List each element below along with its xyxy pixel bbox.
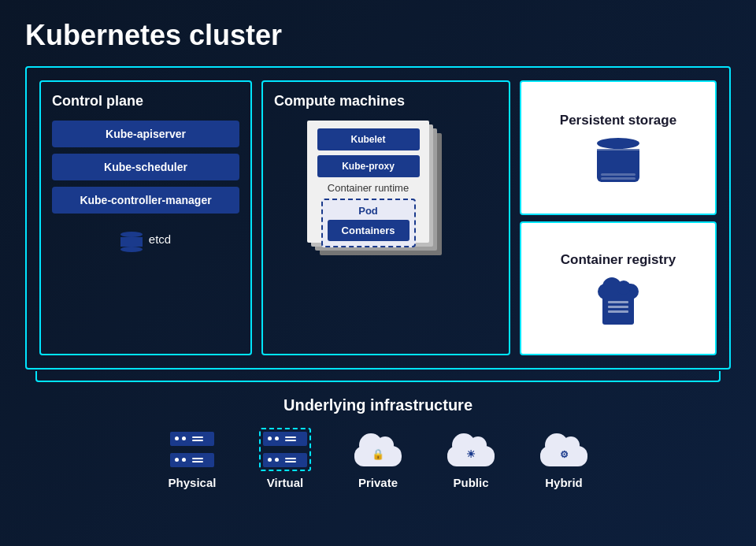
private-icon: 🔒: [350, 429, 406, 470]
containers-label: Containers: [328, 220, 410, 241]
private-label: Private: [358, 476, 398, 489]
container-registry-title: Container registry: [561, 252, 676, 268]
infra-item-hybrid: ⚙ Hybrid: [536, 429, 591, 489]
infra-item-public: ☀ Public: [443, 429, 498, 489]
kube-scheduler-btn[interactable]: Kube-scheduler: [52, 154, 239, 180]
etcd-icon: [120, 226, 143, 252]
infrastructure-section: Underlying infrastructure: [25, 396, 731, 489]
infra-items: Physical: [25, 429, 731, 489]
control-plane-label: Control plane: [52, 93, 239, 110]
kube-controller-manager-btn[interactable]: Kube-controller-manager: [52, 187, 239, 214]
page-layer-front: Kubelet Kube-proxy Container runtime Pod…: [307, 121, 429, 243]
page-title: Kubernetes cluster: [25, 19, 731, 52]
cluster-box: Control plane Kube-apiserver Kube-schedu…: [25, 66, 731, 370]
kubelet-btn[interactable]: Kubelet: [317, 128, 420, 150]
infra-item-virtual: Virtual: [258, 429, 313, 489]
public-label: Public: [453, 476, 488, 489]
physical-icon: [165, 429, 220, 470]
infra-item-physical: Physical: [165, 429, 220, 489]
control-plane-section: Control plane Kube-apiserver Kube-schedu…: [39, 80, 252, 355]
pod-box: Pod Containers: [321, 199, 416, 247]
compute-machines-section: Compute machines Kubelet Kube-proxy Cont…: [261, 80, 510, 355]
infra-item-private: 🔒 Private: [350, 429, 406, 489]
physical-label: Physical: [169, 476, 217, 489]
persistent-storage-title: Persistent storage: [560, 113, 676, 128]
kube-proxy-btn[interactable]: Kube-proxy: [317, 155, 420, 177]
etcd-row: etcd: [52, 226, 239, 252]
virtual-icon: [258, 429, 313, 470]
container-registry-box: Container registry: [520, 221, 717, 356]
pod-label: Pod: [328, 205, 410, 217]
infra-title: Underlying infrastructure: [25, 396, 731, 414]
kube-apiserver-btn[interactable]: Kube-apiserver: [52, 121, 239, 147]
stacked-pages: Kubelet Kube-proxy Container runtime Pod…: [307, 121, 465, 266]
right-column: Persistent storage Container registry: [520, 80, 717, 355]
registry-icon: [595, 277, 642, 325]
hybrid-icon: ⚙: [536, 429, 591, 470]
database-icon: [597, 138, 639, 182]
etcd-label: etcd: [149, 232, 171, 246]
compute-machines-label: Compute machines: [274, 93, 498, 110]
hybrid-label: Hybrid: [545, 476, 583, 489]
public-icon: ☀: [443, 429, 498, 470]
virtual-label: Virtual: [267, 476, 303, 489]
infra-connector: [35, 371, 721, 382]
container-runtime-label: Container runtime: [328, 182, 409, 194]
page: Kubernetes cluster Control plane Kube-ap…: [0, 0, 756, 546]
persistent-storage-box: Persistent storage: [520, 80, 717, 215]
